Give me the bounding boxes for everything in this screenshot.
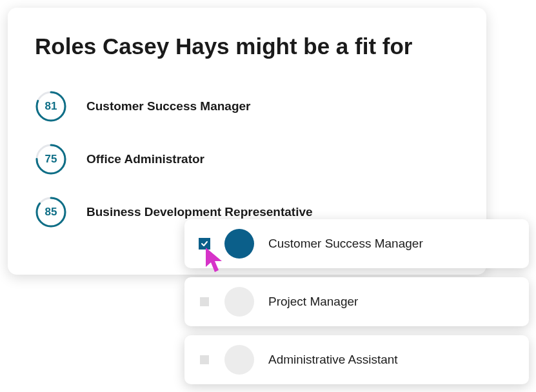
score-ring: 85 [35,196,67,228]
avatar [224,287,254,317]
avatar [224,345,254,375]
score-ring: 81 [35,90,67,122]
score-value: 75 [35,143,67,175]
selection-stack: Customer Success Manager Project Manager… [184,219,529,384]
role-label: Customer Success Manager [86,99,251,113]
avatar [224,229,254,259]
role-label: Office Administrator [86,152,204,166]
score-ring: 75 [35,143,67,175]
role-row[interactable]: 75 Office Administrator [35,143,459,175]
checkmark-icon [199,238,210,250]
page-title: Roles Casey Hays might be a fit for [35,34,459,59]
selection-label: Administrative Assistant [268,353,398,367]
cursor-icon [204,246,226,273]
checkbox-unchecked[interactable] [199,296,210,308]
selection-card-customer-success[interactable]: Customer Success Manager [184,219,529,268]
role-list: 81 Customer Success Manager 75 Office Ad… [35,90,459,228]
checkbox-checked[interactable] [199,238,210,250]
selection-label: Customer Success Manager [268,237,423,251]
square-icon [200,297,209,306]
square-icon [200,355,209,364]
selection-label: Project Manager [268,295,358,309]
checkbox-unchecked[interactable] [199,354,210,366]
selection-card-project-manager[interactable]: Project Manager [184,277,529,326]
score-value: 81 [35,90,67,122]
role-label: Business Development Representative [86,205,313,219]
selection-card-administrative-assistant[interactable]: Administrative Assistant [184,335,529,384]
score-value: 85 [35,196,67,228]
role-row[interactable]: 81 Customer Success Manager [35,90,459,122]
